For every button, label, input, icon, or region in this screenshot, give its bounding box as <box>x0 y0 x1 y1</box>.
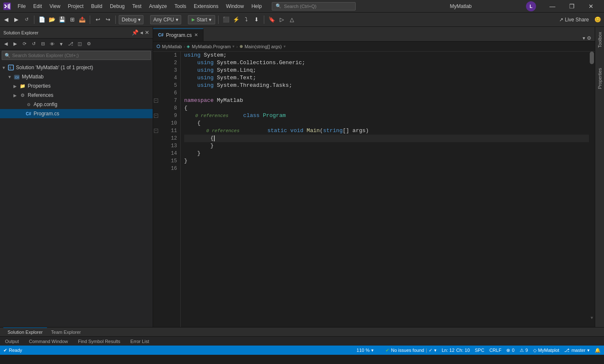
forward-button[interactable]: ▶ <box>12 15 21 24</box>
properties-expand-icon: ▶ <box>13 84 19 88</box>
publish-button[interactable]: 📤 <box>78 15 87 24</box>
status-ready[interactable]: ✔ Ready <box>3 348 22 353</box>
editor-scrollbar[interactable]: ▲ ▼ <box>589 52 595 327</box>
status-no-issues[interactable]: ✔ No issues found <box>385 348 424 353</box>
menu-tools[interactable]: Tools <box>171 3 190 10</box>
menu-build[interactable]: Build <box>88 3 106 10</box>
tree-programcs[interactable]: C# Program.cs <box>0 109 153 118</box>
debug-config-dropdown[interactable]: Debug ▾ <box>119 15 143 24</box>
tree-project[interactable]: ▼ C# MyMatlab <box>0 72 153 81</box>
status-branch[interactable]: ⎇ master ▾ <box>564 348 590 353</box>
live-share-button[interactable]: ↗ Live Share <box>557 16 591 23</box>
se-auto-hide-button[interactable]: ◂ <box>140 29 143 36</box>
menu-test[interactable]: Test <box>129 3 145 10</box>
bottom-error-list[interactable]: Error List <box>129 339 151 344</box>
save-button[interactable]: 💾 <box>57 15 67 24</box>
collapse-class-button[interactable]: − <box>154 114 158 118</box>
se-close-button[interactable]: ✕ <box>145 29 149 36</box>
se-refresh-button[interactable]: ↺ <box>29 40 38 48</box>
code-editor[interactable]: − − − 1 2 3 4 <box>153 52 595 327</box>
gutter-line <box>153 52 160 59</box>
open-button[interactable]: 📂 <box>47 15 57 24</box>
collapse-namespace-button[interactable]: − <box>154 99 158 103</box>
se-filter-button[interactable]: ▼ <box>57 40 65 48</box>
back-button[interactable]: ◀ <box>2 15 11 24</box>
status-errors[interactable]: ⊗ 0 <box>506 348 514 353</box>
tab-close-button[interactable]: ✕ <box>194 32 198 38</box>
menu-analyze[interactable]: Analyze <box>146 3 170 10</box>
minimize-button[interactable]: — <box>543 0 562 13</box>
status-line-col[interactable]: Ln: 12 Ch: 10 <box>442 348 470 353</box>
toolbar-file-group: 📄 📂 💾 ⊞ 📤 <box>37 15 87 24</box>
send-feedback-button[interactable]: 😊 <box>593 15 602 24</box>
se-show-all-button[interactable]: 👁 <box>48 40 56 48</box>
new-project-button[interactable]: 📄 <box>37 15 47 24</box>
tab-programcs[interactable]: C# Program.cs ✕ <box>153 29 203 41</box>
undo-button[interactable]: ↩ <box>93 15 102 24</box>
bottom-command-window[interactable]: Command Window <box>27 339 70 344</box>
breadcrumb-method[interactable]: ⊕ Main(string[] args) ▾ <box>240 44 286 49</box>
se-search-input[interactable] <box>12 53 148 58</box>
tab-settings-icon[interactable]: ⚙ <box>587 35 591 41</box>
se-forward-button[interactable]: ▶ <box>11 40 19 48</box>
se-sync-button[interactable]: ⟳ <box>20 40 29 48</box>
step-over-button[interactable]: ⤵ <box>242 15 251 24</box>
start-button[interactable]: ▶ Start ▾ <box>188 15 215 24</box>
refresh-button[interactable]: ↺ <box>22 15 31 24</box>
step-into-button[interactable]: ⬇ <box>252 15 261 24</box>
exceptions-button[interactable]: ⚡ <box>232 15 241 24</box>
status-project-name[interactable]: ◇ MyMatplot <box>533 348 560 353</box>
save-all-button[interactable]: ⊞ <box>68 15 77 24</box>
tab-solution-explorer[interactable]: Solution Explorer <box>3 328 47 337</box>
tree-appconfig[interactable]: ⚙ App.config <box>0 100 153 109</box>
tree-references[interactable]: ▶ ⚙ References <box>0 91 153 100</box>
code-line-16 <box>184 165 589 172</box>
close-button[interactable]: ✕ <box>581 0 601 13</box>
status-warnings[interactable]: ⚠ 9 <box>520 348 528 353</box>
live-test-button[interactable]: △ <box>287 15 297 24</box>
breakpoints-button[interactable]: ⬛ <box>221 15 231 24</box>
menu-view[interactable]: View <box>46 3 64 10</box>
menu-extensions[interactable]: Extensions <box>190 3 222 10</box>
se-pin-button[interactable]: 📌 <box>132 29 138 36</box>
bottom-find-symbol[interactable]: Find Symbol Results <box>76 339 122 344</box>
cpu-config-dropdown[interactable]: Any CPU ▾ <box>150 15 181 24</box>
status-notifications[interactable]: 🔔 <box>595 348 601 353</box>
status-zoom[interactable]: 110 % ▾ <box>357 348 374 353</box>
gutter-line <box>153 74 160 82</box>
menu-help[interactable]: Help <box>248 3 265 10</box>
bottom-output[interactable]: Output <box>3 339 21 344</box>
tab-dropdown-icon[interactable]: ▾ <box>583 35 585 41</box>
redo-button[interactable]: ↪ <box>103 15 112 24</box>
menu-edit[interactable]: Edit <box>30 3 45 10</box>
se-settings-button[interactable]: ⚙ <box>85 40 93 48</box>
breadcrumb-class[interactable]: ◈ MyMatlab.Program ▾ <box>187 44 234 49</box>
breadcrumb-project[interactable]: ⬡ MyMatlab <box>156 44 182 49</box>
maximize-button[interactable]: ❐ <box>562 0 581 13</box>
scroll-thumb[interactable] <box>590 52 594 64</box>
properties-folder-icon: 📁 <box>19 83 26 89</box>
toolbox-label[interactable]: Toolbox <box>596 30 603 49</box>
se-back-button[interactable]: ◀ <box>2 40 10 48</box>
tree-properties[interactable]: ▶ 📁 Properties <box>0 81 153 91</box>
cs-file-icon: C# <box>25 110 32 117</box>
bookmark-button[interactable]: 🔖 <box>267 15 276 24</box>
error-count: 0 <box>512 348 514 353</box>
tab-team-explorer[interactable]: Team Explorer <box>47 328 85 337</box>
menu-window[interactable]: Window <box>223 3 247 10</box>
menu-debug[interactable]: Debug <box>107 3 128 10</box>
code-content[interactable]: using System; using System.Collections.G… <box>181 52 589 327</box>
properties-label[interactable]: Properties <box>596 66 603 91</box>
collapse-method-button[interactable]: − <box>154 129 158 133</box>
menu-file[interactable]: File <box>14 3 29 10</box>
se-preview-button[interactable]: ◫ <box>76 40 84 48</box>
search-input[interactable]: Search (Ctrl+Q) <box>284 4 316 9</box>
menu-project[interactable]: Project <box>65 3 87 10</box>
tree-solution[interactable]: ▼ S Solution 'MyMatlab' (1 of 1 project) <box>0 63 153 72</box>
run-tests-button[interactable]: ▷ <box>277 15 286 24</box>
status-encoding[interactable]: SPC <box>475 348 484 353</box>
status-line-ending[interactable]: CRLF <box>489 348 502 353</box>
scrollbar-bottom-arrow[interactable]: ▼ <box>590 315 594 321</box>
se-git-button[interactable]: ⎇ <box>66 40 75 48</box>
se-collapse-button[interactable]: ⊟ <box>39 40 47 48</box>
